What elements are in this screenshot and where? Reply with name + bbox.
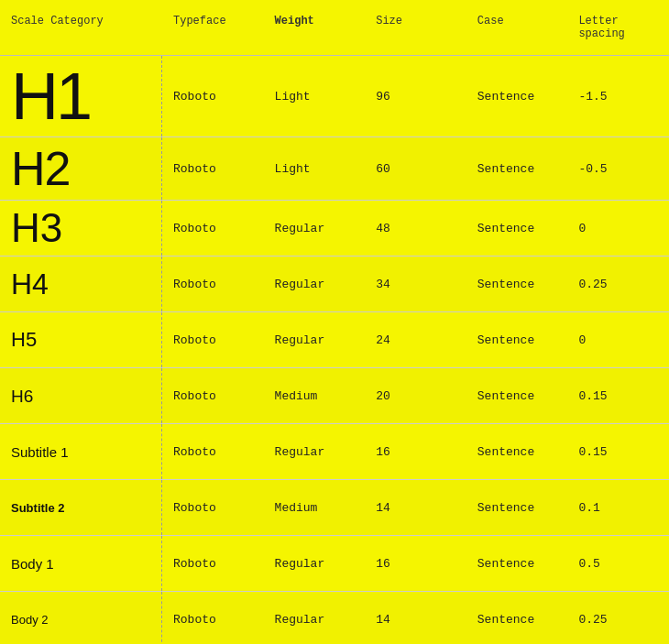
header-case: Case (466, 0, 568, 55)
table-row: Subtitle 2RobotoMedium14Sentence0.1 (0, 480, 669, 536)
letter-spacing-cell: 0 (567, 213, 669, 245)
scale-label: H3 (11, 208, 62, 248)
case-cell: Sentence (466, 548, 568, 580)
header-size: Size (365, 0, 466, 55)
scale-cell: Subtitle 2 (0, 480, 162, 535)
size-cell: 14 (365, 604, 466, 636)
typeface-cell: Roboto (162, 268, 264, 300)
letter-spacing-cell: -1.5 (567, 81, 669, 113)
case-cell: Sentence (466, 380, 568, 412)
letter-spacing-cell: 0.15 (567, 380, 669, 412)
size-cell: 16 (365, 548, 466, 580)
case-cell: Sentence (466, 604, 568, 636)
typeface-cell: Roboto (162, 436, 264, 468)
weight-cell: Regular (264, 436, 366, 468)
case-cell: Sentence (466, 492, 568, 524)
case-cell: Sentence (466, 213, 568, 245)
typeface-cell: Roboto (162, 153, 264, 185)
scale-cell: H4 (0, 257, 162, 311)
scale-cell: Body 1 (0, 536, 162, 591)
weight-cell: Light (264, 81, 366, 113)
header-letter-spacing: Letter spacing (567, 0, 669, 55)
table-row: H3RobotoRegular48Sentence0 (0, 201, 669, 257)
scale-cell: Subtitle 1 (0, 424, 162, 479)
letter-spacing-cell: 0.25 (567, 604, 669, 636)
letter-spacing-cell: 0.15 (567, 436, 669, 468)
case-cell: Sentence (466, 324, 568, 356)
scale-cell: H3 (0, 201, 162, 256)
typeface-cell: Roboto (162, 380, 264, 412)
weight-cell: Medium (264, 380, 366, 412)
table-header: Scale Category Typeface Weight Size Case… (0, 0, 669, 56)
case-cell: Sentence (466, 436, 568, 468)
table-row: Body 1RobotoRegular16Sentence0.5 (0, 536, 669, 592)
scale-label: H4 (11, 269, 49, 299)
scale-label: Body 2 (11, 613, 48, 627)
letter-spacing-cell: 0 (567, 324, 669, 356)
size-cell: 34 (365, 268, 466, 300)
scale-label: H6 (11, 387, 33, 405)
size-cell: 48 (365, 213, 466, 245)
size-cell: 16 (365, 436, 466, 468)
letter-spacing-cell: 0.25 (567, 268, 669, 300)
weight-cell: Regular (264, 604, 366, 636)
table-row: H1RobotoLight96Sentence-1.5 (0, 56, 669, 137)
scale-cell: H6 (0, 368, 162, 423)
weight-cell: Regular (264, 324, 366, 356)
size-cell: 60 (365, 153, 466, 185)
scale-label: Subtitle 2 (11, 501, 65, 515)
scale-label: H1 (11, 63, 90, 129)
size-cell: 20 (365, 380, 466, 412)
scale-label: Subtitle 1 (11, 444, 69, 460)
letter-spacing-cell: -0.5 (567, 153, 669, 185)
typeface-cell: Roboto (162, 213, 264, 245)
scale-label: H5 (11, 330, 37, 350)
size-cell: 14 (365, 492, 466, 524)
typeface-cell: Roboto (162, 548, 264, 580)
table-body: H1RobotoLight96Sentence-1.5H2RobotoLight… (0, 56, 669, 644)
scale-cell: H1 (0, 56, 162, 136)
typeface-cell: Roboto (162, 604, 264, 636)
table-row: H4RobotoRegular34Sentence0.25 (0, 257, 669, 312)
table-row: H5RobotoRegular24Sentence0 (0, 312, 669, 368)
table-row: Body 2RobotoRegular14Sentence0.25 (0, 592, 669, 644)
weight-cell: Regular (264, 268, 366, 300)
weight-cell: Regular (264, 548, 366, 580)
weight-cell: Medium (264, 492, 366, 524)
table-row: Subtitle 1RobotoRegular16Sentence0.15 (0, 424, 669, 480)
scale-label: Body 1 (11, 556, 54, 572)
scale-cell: H2 (0, 137, 162, 200)
case-cell: Sentence (466, 268, 568, 300)
typography-scale-table: Scale Category Typeface Weight Size Case… (0, 0, 669, 644)
letter-spacing-cell: 0.1 (567, 492, 669, 524)
scale-cell: Body 2 (0, 592, 162, 644)
size-cell: 24 (365, 324, 466, 356)
weight-cell: Regular (264, 213, 366, 245)
table-row: H2RobotoLight60Sentence-0.5 (0, 137, 669, 201)
letter-spacing-cell: 0.5 (567, 548, 669, 580)
typeface-cell: Roboto (162, 81, 264, 113)
case-cell: Sentence (466, 81, 568, 113)
scale-label: H2 (11, 145, 70, 192)
header-weight: Weight (264, 0, 366, 55)
header-scale-category: Scale Category (0, 0, 162, 55)
typeface-cell: Roboto (162, 492, 264, 524)
typeface-cell: Roboto (162, 324, 264, 356)
table-row: H6RobotoMedium20Sentence0.15 (0, 368, 669, 424)
weight-cell: Light (264, 153, 366, 185)
scale-cell: H5 (0, 312, 162, 367)
header-typeface: Typeface (162, 0, 264, 55)
case-cell: Sentence (466, 153, 568, 185)
size-cell: 96 (365, 81, 466, 113)
